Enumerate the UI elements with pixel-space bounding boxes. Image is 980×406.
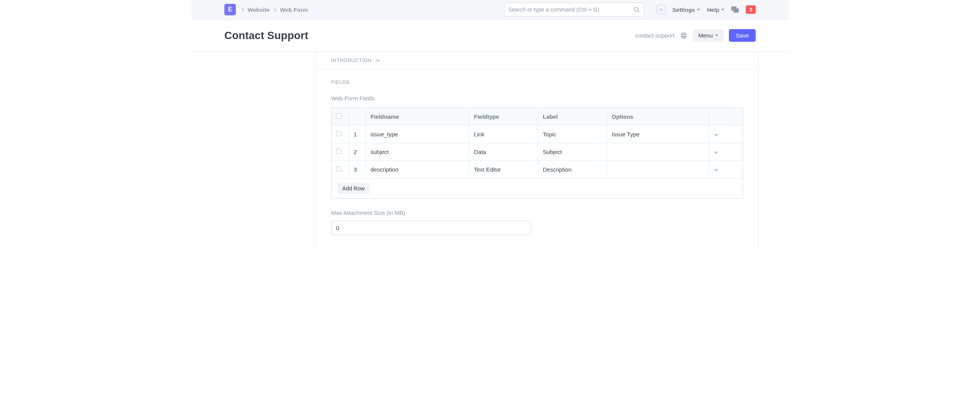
table-caption: Web Form Fields [331, 95, 743, 102]
section-introduction-head[interactable]: INTRODUCTION [316, 52, 758, 69]
col-label: Label [538, 108, 607, 126]
topbar: E Website Web Form A Settings Help 3 [191, 0, 789, 20]
table-row[interactable]: 2 subject Data Subject [332, 143, 743, 161]
row-index: 2 [349, 143, 366, 161]
col-actions [709, 108, 743, 126]
col-index [349, 108, 366, 126]
add-row-button[interactable]: Add Row [338, 183, 369, 194]
checkbox-icon[interactable] [336, 113, 341, 119]
checkbox-icon[interactable] [336, 131, 341, 136]
table-header-row: Fieldname Fieldtype Label Options [332, 108, 743, 126]
save-button[interactable]: Save [729, 29, 756, 42]
chevron-right-icon [273, 8, 277, 11]
section-fields-body: FIELDS Web Form Fields Fieldname Fieldty… [316, 69, 758, 250]
cell-fieldtype[interactable]: Link [469, 126, 538, 143]
cell-fieldtype[interactable]: Data [469, 143, 538, 161]
section-fields-title: FIELDS [331, 79, 743, 85]
chat-icon[interactable] [731, 7, 739, 13]
page-header: Contact Support contact-support Menu Sav… [191, 20, 789, 52]
row-index: 1 [349, 126, 366, 143]
grid-footer: Add Row [331, 178, 743, 199]
max-attachment-input[interactable] [331, 221, 531, 235]
cell-fieldname[interactable]: issue_type [366, 126, 469, 143]
cell-options[interactable]: Issue Type [607, 126, 709, 143]
print-icon[interactable] [680, 32, 688, 39]
cell-label[interactable]: Description [538, 161, 607, 178]
row-index: 3 [349, 161, 366, 178]
checkbox-icon[interactable] [336, 149, 341, 154]
max-attachment-label: Max Attachment Size (in MB) [331, 210, 743, 216]
chevron-right-icon [241, 8, 245, 11]
menu-label: Menu [698, 32, 713, 39]
cell-fieldname[interactable]: description [366, 161, 469, 178]
chevron-down-icon [376, 57, 380, 62]
help-label: Help [707, 7, 720, 13]
cell-fieldtype[interactable]: Text Editor [469, 161, 538, 178]
app-logo[interactable]: E [224, 4, 236, 15]
svg-line-1 [637, 10, 639, 12]
search-icon [634, 7, 640, 13]
page-title: Contact Support [224, 29, 308, 42]
max-attachment-field: Max Attachment Size (in MB) [331, 210, 743, 235]
help-menu[interactable]: Help [707, 7, 725, 13]
global-search[interactable] [504, 3, 644, 16]
col-options: Options [607, 108, 709, 126]
col-check-all[interactable] [332, 108, 349, 126]
breadcrumb: Website Web Form [241, 7, 308, 13]
notifications-badge[interactable]: 3 [746, 5, 756, 14]
settings-menu[interactable]: Settings [673, 7, 700, 13]
caret-down-icon [721, 9, 724, 11]
cell-options[interactable] [607, 161, 709, 178]
caret-down-icon [697, 9, 700, 11]
col-fieldtype: Fieldtype [469, 108, 538, 126]
table-row[interactable]: 1 issue_type Link Topic Issue Type [332, 126, 743, 143]
row-menu-icon[interactable] [714, 152, 719, 154]
section-introduction-title: INTRODUCTION [331, 57, 372, 63]
row-menu-icon[interactable] [714, 169, 719, 172]
row-menu-icon[interactable] [714, 134, 719, 136]
form-panel: INTRODUCTION FIELDS Web Form Fields Fiel… [315, 52, 759, 250]
settings-label: Settings [673, 7, 695, 13]
svg-point-0 [634, 7, 638, 11]
menu-button[interactable]: Menu [693, 29, 724, 42]
search-input[interactable] [508, 7, 634, 13]
caret-down-icon [715, 34, 718, 36]
page-actions: contact-support Menu Save [635, 29, 756, 42]
page-slug: contact-support [635, 32, 675, 39]
cell-options[interactable] [607, 143, 709, 161]
cell-label[interactable]: Topic [538, 126, 607, 143]
user-badge[interactable]: A [657, 5, 666, 14]
table-row[interactable]: 3 description Text Editor Description [332, 161, 743, 178]
checkbox-icon[interactable] [336, 166, 341, 172]
breadcrumb-web-form[interactable]: Web Form [280, 7, 308, 13]
top-actions: A Settings Help 3 [657, 5, 784, 14]
web-form-fields-table: Fieldname Fieldtype Label Options 1 issu… [331, 108, 743, 178]
breadcrumb-website[interactable]: Website [248, 7, 270, 13]
cell-label[interactable]: Subject [538, 143, 607, 161]
cell-fieldname[interactable]: subject [366, 143, 469, 161]
col-fieldname: Fieldname [366, 108, 469, 126]
